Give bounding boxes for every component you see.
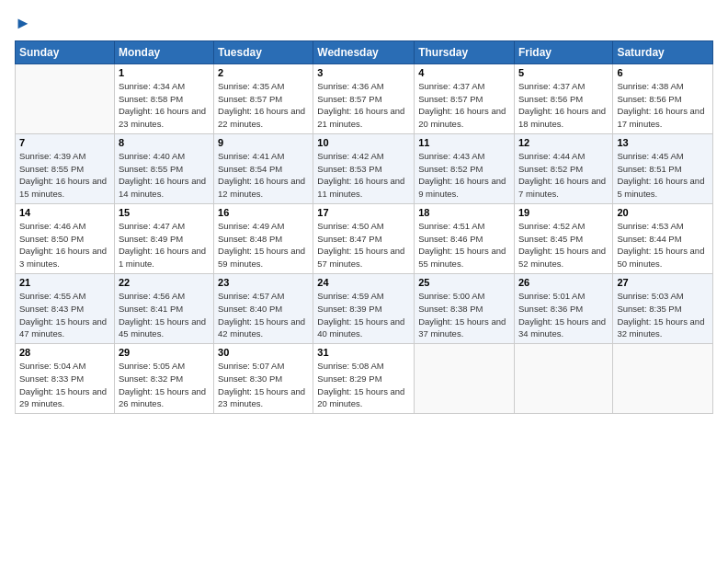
day-info: Sunrise: 4:37 AMSunset: 8:57 PMDaylight:… [418, 80, 510, 131]
header-thursday: Thursday [415, 40, 515, 63]
day-info: Sunrise: 4:38 AMSunset: 8:56 PMDaylight:… [617, 80, 709, 131]
day-info: Sunrise: 4:53 AMSunset: 8:44 PMDaylight:… [617, 220, 709, 270]
calendar-cell [415, 344, 515, 414]
calendar-cell: 18Sunrise: 4:51 AMSunset: 8:46 PMDayligh… [415, 203, 515, 273]
calendar-cell: 29Sunrise: 5:05 AMSunset: 8:32 PMDayligh… [114, 344, 213, 414]
calendar-cell: 23Sunrise: 4:57 AMSunset: 8:40 PMDayligh… [214, 273, 313, 343]
day-info: Sunrise: 4:35 AMSunset: 8:57 PMDaylight:… [218, 80, 309, 131]
day-info: Sunrise: 4:57 AMSunset: 8:40 PMDaylight:… [218, 290, 309, 340]
calendar-cell: 5Sunrise: 4:37 AMSunset: 8:56 PMDaylight… [514, 63, 612, 133]
day-info: Sunrise: 5:01 AMSunset: 8:36 PMDaylight:… [518, 290, 609, 340]
day-info: Sunrise: 5:03 AMSunset: 8:35 PMDaylight:… [617, 290, 709, 340]
header-friday: Friday [514, 40, 612, 63]
day-number: 27 [617, 277, 709, 288]
calendar-cell: 7Sunrise: 4:39 AMSunset: 8:55 PMDaylight… [16, 133, 115, 203]
day-info: Sunrise: 4:42 AMSunset: 8:53 PMDaylight:… [317, 150, 410, 201]
day-number: 3 [317, 67, 410, 78]
calendar-cell: 21Sunrise: 4:55 AMSunset: 8:43 PMDayligh… [16, 273, 115, 343]
day-number: 22 [119, 277, 210, 288]
calendar-cell: 31Sunrise: 5:08 AMSunset: 8:29 PMDayligh… [313, 344, 415, 414]
day-number: 5 [518, 67, 609, 78]
header-saturday: Saturday [613, 40, 713, 63]
calendar-cell: 26Sunrise: 5:01 AMSunset: 8:36 PMDayligh… [514, 273, 612, 343]
day-number: 6 [617, 67, 709, 78]
day-number: 8 [119, 137, 210, 148]
calendar-table: Sunday Monday Tuesday Wednesday Thursday… [15, 40, 713, 414]
day-number: 14 [19, 207, 110, 218]
calendar-cell: 16Sunrise: 4:49 AMSunset: 8:48 PMDayligh… [214, 203, 313, 273]
day-info: Sunrise: 4:50 AMSunset: 8:47 PMDaylight:… [317, 220, 410, 270]
day-info: Sunrise: 4:49 AMSunset: 8:48 PMDaylight:… [218, 220, 309, 270]
day-number: 12 [518, 137, 609, 148]
calendar-cell: 4Sunrise: 4:37 AMSunset: 8:57 PMDaylight… [415, 63, 515, 133]
header-tuesday: Tuesday [214, 40, 313, 63]
day-info: Sunrise: 4:37 AMSunset: 8:56 PMDaylight:… [518, 80, 609, 131]
header-monday: Monday [114, 40, 213, 63]
day-number: 30 [218, 347, 309, 358]
day-info: Sunrise: 4:40 AMSunset: 8:55 PMDaylight:… [119, 150, 210, 201]
day-number: 11 [418, 137, 510, 148]
day-number: 13 [617, 137, 709, 148]
day-info: Sunrise: 4:36 AMSunset: 8:57 PMDaylight:… [317, 80, 410, 131]
day-info: Sunrise: 5:05 AMSunset: 8:32 PMDaylight:… [119, 360, 210, 410]
day-number: 10 [317, 137, 410, 148]
header-wednesday: Wednesday [313, 40, 415, 63]
day-info: Sunrise: 5:04 AMSunset: 8:33 PMDaylight:… [19, 360, 110, 410]
calendar-cell: 30Sunrise: 5:07 AMSunset: 8:30 PMDayligh… [214, 344, 313, 414]
calendar-cell: 28Sunrise: 5:04 AMSunset: 8:33 PMDayligh… [16, 344, 115, 414]
calendar-cell: 20Sunrise: 4:53 AMSunset: 8:44 PMDayligh… [613, 203, 713, 273]
calendar-cell: 10Sunrise: 4:42 AMSunset: 8:53 PMDayligh… [313, 133, 415, 203]
day-info: Sunrise: 5:00 AMSunset: 8:38 PMDaylight:… [418, 290, 510, 340]
calendar-cell: 22Sunrise: 4:56 AMSunset: 8:41 PMDayligh… [114, 273, 213, 343]
day-info: Sunrise: 4:41 AMSunset: 8:54 PMDaylight:… [218, 150, 309, 201]
calendar-header-row: Sunday Monday Tuesday Wednesday Thursday… [16, 40, 713, 63]
day-number: 26 [518, 277, 609, 288]
day-info: Sunrise: 4:45 AMSunset: 8:51 PMDaylight:… [617, 150, 709, 201]
day-number: 21 [19, 277, 110, 288]
day-number: 31 [317, 347, 410, 358]
day-info: Sunrise: 4:52 AMSunset: 8:45 PMDaylight:… [518, 220, 609, 270]
day-number: 19 [518, 207, 609, 218]
day-info: Sunrise: 4:55 AMSunset: 8:43 PMDaylight:… [19, 290, 110, 340]
calendar-cell: 3Sunrise: 4:36 AMSunset: 8:57 PMDaylight… [313, 63, 415, 133]
calendar-cell: 25Sunrise: 5:00 AMSunset: 8:38 PMDayligh… [415, 273, 515, 343]
day-number: 29 [119, 347, 210, 358]
calendar-cell: 14Sunrise: 4:46 AMSunset: 8:50 PMDayligh… [16, 203, 115, 273]
calendar-cell: 15Sunrise: 4:47 AMSunset: 8:49 PMDayligh… [114, 203, 213, 273]
day-info: Sunrise: 4:47 AMSunset: 8:49 PMDaylight:… [119, 220, 210, 270]
calendar-week-row: 7Sunrise: 4:39 AMSunset: 8:55 PMDaylight… [16, 133, 713, 203]
calendar-week-row: 28Sunrise: 5:04 AMSunset: 8:33 PMDayligh… [16, 344, 713, 414]
day-number: 18 [418, 207, 510, 218]
calendar-cell: 17Sunrise: 4:50 AMSunset: 8:47 PMDayligh… [313, 203, 415, 273]
calendar-week-row: 14Sunrise: 4:46 AMSunset: 8:50 PMDayligh… [16, 203, 713, 273]
day-info: Sunrise: 4:39 AMSunset: 8:55 PMDaylight:… [19, 150, 110, 201]
day-number: 25 [418, 277, 510, 288]
calendar-cell: 1Sunrise: 4:34 AMSunset: 8:58 PMDaylight… [114, 63, 213, 133]
page: ► Sunday Monday Tuesday Wednesday Thursd… [0, 0, 728, 563]
logo: ► [15, 15, 31, 33]
calendar-cell [16, 63, 115, 133]
calendar-cell: 27Sunrise: 5:03 AMSunset: 8:35 PMDayligh… [613, 273, 713, 343]
calendar-week-row: 21Sunrise: 4:55 AMSunset: 8:43 PMDayligh… [16, 273, 713, 343]
calendar-week-row: 1Sunrise: 4:34 AMSunset: 8:58 PMDaylight… [16, 63, 713, 133]
day-number: 9 [218, 137, 309, 148]
day-info: Sunrise: 4:51 AMSunset: 8:46 PMDaylight:… [418, 220, 510, 270]
day-number: 24 [317, 277, 410, 288]
day-info: Sunrise: 5:07 AMSunset: 8:30 PMDaylight:… [218, 360, 309, 410]
calendar-cell [514, 344, 612, 414]
header-sunday: Sunday [16, 40, 115, 63]
header: ► [15, 15, 713, 33]
day-info: Sunrise: 5:08 AMSunset: 8:29 PMDaylight:… [317, 360, 410, 410]
day-info: Sunrise: 4:34 AMSunset: 8:58 PMDaylight:… [119, 80, 210, 131]
day-number: 1 [119, 67, 210, 78]
day-number: 15 [119, 207, 210, 218]
day-number: 2 [218, 67, 309, 78]
day-info: Sunrise: 4:56 AMSunset: 8:41 PMDaylight:… [119, 290, 210, 340]
calendar-cell [613, 344, 713, 414]
calendar-cell: 19Sunrise: 4:52 AMSunset: 8:45 PMDayligh… [514, 203, 612, 273]
day-number: 28 [19, 347, 110, 358]
day-number: 7 [19, 137, 110, 148]
calendar-cell: 11Sunrise: 4:43 AMSunset: 8:52 PMDayligh… [415, 133, 515, 203]
day-number: 16 [218, 207, 309, 218]
day-info: Sunrise: 4:43 AMSunset: 8:52 PMDaylight:… [418, 150, 510, 201]
